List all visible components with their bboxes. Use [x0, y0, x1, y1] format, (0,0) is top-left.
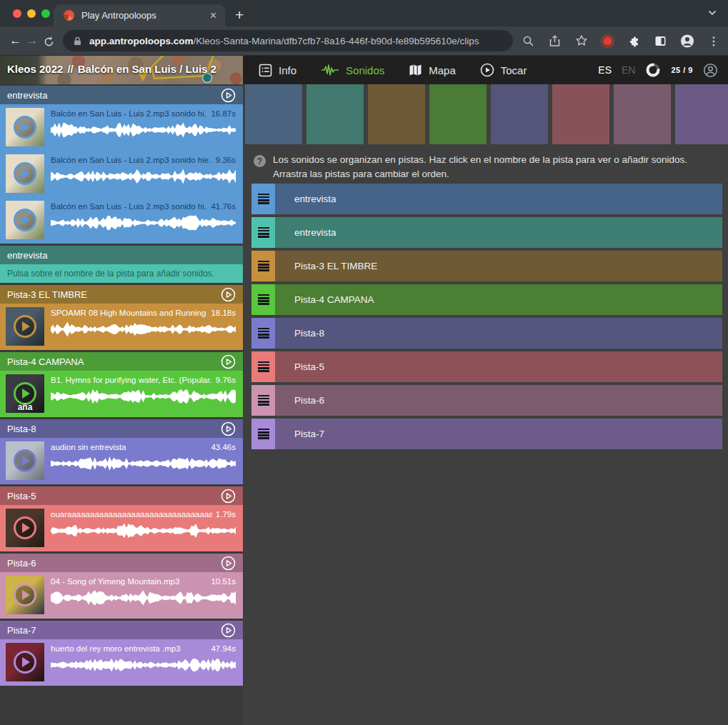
track-drag-handle[interactable] — [251, 419, 275, 449]
track-row-body[interactable]: Pista-3 EL TIMBRE — [275, 251, 722, 281]
clip-play-icon[interactable] — [14, 584, 36, 606]
track-drag-handle[interactable] — [251, 217, 275, 248]
account-icon[interactable] — [703, 63, 718, 78]
track-row-body[interactable]: Pista-8 — [275, 318, 722, 349]
track-row-body[interactable]: Pista-4 CAMPANA — [275, 284, 722, 315]
track-play-icon[interactable] — [221, 489, 236, 504]
sidebar-clip[interactable]: añaB1. Hymns for purifying water, Etc. (… — [0, 371, 243, 417]
track-row[interactable]: Pista-5 — [251, 351, 722, 382]
track-drag-handle[interactable] — [251, 184, 275, 214]
clip-play-icon[interactable] — [14, 162, 36, 185]
track-row-body[interactable]: entrevista — [275, 184, 722, 214]
clip-play-icon[interactable] — [14, 516, 36, 539]
sidebar-track-name: Pista-3 EL TIMBRE — [7, 289, 87, 300]
zoom-indicator-icon[interactable] — [522, 34, 536, 48]
extensions-puzzle-icon[interactable] — [627, 34, 642, 48]
window-zoom-button[interactable] — [41, 9, 50, 18]
track-row-body[interactable]: entrevista — [275, 217, 722, 248]
share-icon[interactable] — [548, 34, 562, 48]
track-row[interactable]: Pista-6 — [251, 385, 722, 416]
profile-avatar[interactable] — [680, 34, 694, 48]
track-drag-handle[interactable] — [251, 251, 275, 281]
sidebar-track-header[interactable]: Pista-7 — [0, 621, 243, 639]
reload-button[interactable] — [41, 34, 57, 48]
clip-thumbnail[interactable] — [6, 108, 44, 146]
sidebar-track-header[interactable]: Pista-6 — [0, 554, 243, 572]
track-color-swatch — [614, 84, 671, 144]
clip-play-icon[interactable] — [14, 209, 36, 231]
record-extension-icon[interactable] — [601, 34, 615, 48]
track-row[interactable]: Pista-7 — [251, 419, 722, 449]
nav-item-mapa[interactable]: Mapa — [409, 64, 456, 76]
clip-thumbnail[interactable]: aña — [6, 374, 44, 413]
sidebar-track-header[interactable]: entrevista — [0, 86, 243, 104]
back-button[interactable]: ← — [7, 34, 24, 48]
track-drag-handle[interactable] — [251, 284, 275, 315]
nav-item-info[interactable]: Info — [259, 64, 296, 77]
track-row[interactable]: Pista-3 EL TIMBRE — [251, 251, 722, 281]
track-drag-handle[interactable] — [251, 318, 275, 349]
clip-play-icon[interactable] — [14, 315, 36, 338]
breadcrumb-project[interactable]: Kleos 2022 — [7, 63, 63, 75]
sidebar-clip[interactable]: SPOAMR 08 High Mountains and Running ...… — [0, 304, 243, 350]
nav-item-tocar[interactable]: Tocar — [480, 63, 527, 77]
sidebar-clip[interactable]: Balcón en San Luis - Luis 2.mp3 sonido h… — [0, 104, 243, 151]
track-play-icon[interactable] — [221, 556, 236, 571]
app-nav: Info Sonidos Mapa Tocar — [259, 56, 527, 84]
tab-search-chevron-icon[interactable] — [707, 7, 718, 19]
sidebar-track-section: Pista-8audion sin entrevista43.46s — [0, 419, 243, 484]
lang-en-button[interactable]: EN — [622, 64, 635, 76]
browser-tab[interactable]: Play Antropoloops × — [54, 4, 225, 26]
clip-thumbnail[interactable] — [6, 643, 44, 681]
track-row-body[interactable]: Pista-7 — [275, 419, 722, 449]
side-panel-icon[interactable] — [654, 34, 668, 48]
forward-button[interactable]: → — [24, 34, 40, 48]
lang-es-button[interactable]: ES — [598, 64, 612, 76]
sidebar-track-header[interactable]: Pista-8 — [0, 419, 243, 438]
sidebar-clip[interactable]: 04 - Song of Yimeng Mountain.mp310.51s — [0, 572, 243, 619]
clip-thumbnail[interactable] — [6, 441, 44, 480]
track-row-label: Pista-4 CAMPANA — [294, 294, 374, 305]
browser-menu-icon[interactable]: ⋮ — [707, 34, 721, 48]
track-play-icon[interactable] — [221, 88, 236, 103]
sidebar-track-header[interactable]: Pista-5 — [0, 486, 243, 505]
clip-thumbnail[interactable] — [6, 201, 44, 239]
sidebar-clip[interactable]: Balcón en San Luis - Luis 2.mp3 sonido h… — [0, 151, 243, 197]
clip-play-icon[interactable] — [14, 449, 36, 472]
track-play-icon[interactable] — [221, 623, 236, 638]
track-row[interactable]: entrevista — [251, 217, 722, 248]
track-drag-handle[interactable] — [251, 351, 275, 382]
clip-info: B1. Hymns for purifying water, Etc. (Pop… — [51, 374, 236, 414]
clip-thumbnail[interactable] — [6, 154, 44, 193]
clip-play-icon[interactable] — [14, 116, 36, 139]
track-row[interactable]: Pista-4 CAMPANA — [251, 284, 722, 315]
url-bar[interactable]: app.antropoloops.com/Kleos-Santa-Marina/… — [63, 30, 513, 51]
sidebar-clip[interactable]: huerto del rey moro entrevista .mp347.94… — [0, 639, 243, 686]
new-tab-button[interactable]: + — [235, 6, 244, 24]
sidebar-clip[interactable]: audion sin entrevista43.46s — [0, 438, 243, 484]
bookmark-star-icon[interactable] — [574, 34, 589, 48]
track-play-icon[interactable] — [221, 421, 236, 436]
sidebar-clip[interactable]: Balcón en San Luis - Luis 2.mp3 sonido h… — [0, 197, 243, 244]
sidebar-track-header[interactable]: Pista-3 EL TIMBRE — [0, 285, 243, 304]
sidebar-clip[interactable]: ouaraaaaaaaaaaaaaaaaaaaaaaaaaaaaaaaaaaaa… — [0, 505, 243, 551]
window-close-button[interactable] — [13, 9, 21, 18]
track-play-icon[interactable] — [221, 354, 236, 369]
clip-thumbnail[interactable] — [6, 509, 44, 547]
track-row-body[interactable]: Pista-5 — [275, 351, 722, 382]
track-drag-handle[interactable] — [251, 385, 275, 416]
track-row[interactable]: Pista-8 — [251, 318, 722, 349]
clip-play-icon[interactable] — [14, 651, 36, 674]
tab-close-icon[interactable]: × — [209, 10, 218, 21]
nav-item-sonidos[interactable]: Sonidos — [321, 64, 384, 76]
track-color-swatch — [306, 84, 364, 144]
track-row-body[interactable]: Pista-6 — [275, 385, 722, 416]
project-map-thumbnail[interactable]: Kleos 2022//Balcón en San Luis / Luis 2 — [0, 56, 243, 84]
clip-thumbnail[interactable] — [6, 576, 44, 614]
track-row[interactable]: entrevista — [251, 184, 722, 214]
sidebar-track-header[interactable]: Pista-4 CAMPANA — [0, 352, 243, 371]
sidebar-track-header[interactable]: entrevista — [0, 246, 243, 264]
track-play-icon[interactable] — [221, 287, 236, 302]
window-minimize-button[interactable] — [27, 9, 36, 18]
clip-thumbnail[interactable] — [6, 307, 44, 346]
